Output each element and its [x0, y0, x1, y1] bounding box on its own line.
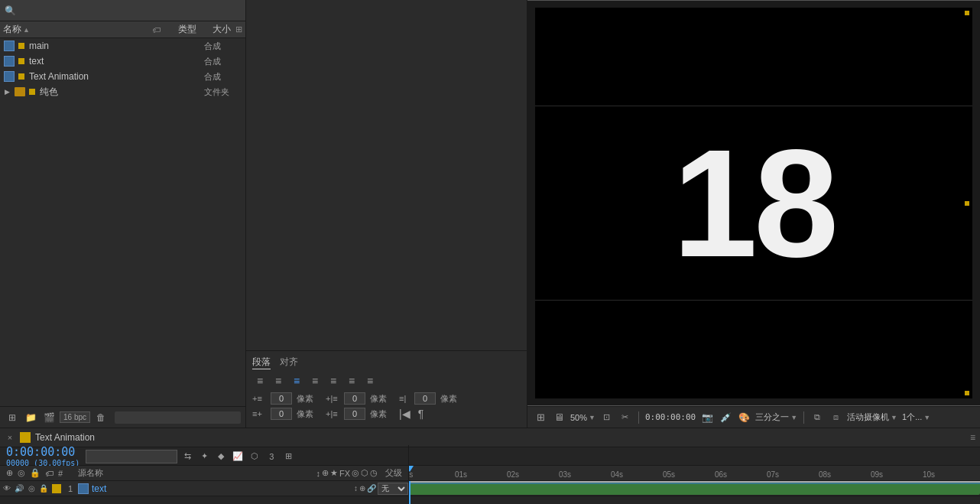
layer-color-swatch[interactable]	[52, 484, 61, 493]
folder-button[interactable]: 📁	[23, 410, 38, 425]
project-columns-header: 名称 ▲ 🏷 类型 大小 ⊞	[0, 21, 245, 38]
comp-icon	[3, 40, 15, 52]
indent-input-2[interactable]	[344, 392, 365, 405]
timeline-left-toolbar: 0:00:00:00 00000 (30.00fps) ⇆ ✦ ◆ 📈 ⬡ 3 …	[0, 445, 409, 467]
list-item[interactable]: Text Animation 合成	[0, 69, 245, 84]
line-dir-icon2[interactable]: ¶	[418, 408, 424, 420]
draft-button[interactable]: ✦	[197, 450, 211, 463]
channels-button[interactable]: 🎨	[737, 411, 751, 424]
transform-icon[interactable]: ↕	[354, 484, 358, 493]
list-item[interactable]: text 合成	[0, 54, 245, 69]
indent-input-3[interactable]	[414, 392, 436, 405]
bpc-button[interactable]: 16 bpc	[60, 411, 90, 423]
layer-eye-button[interactable]: 👁	[2, 483, 12, 494]
graph-button[interactable]: 📈	[231, 450, 245, 463]
layout-button[interactable]: ⧉	[810, 411, 824, 424]
label-lock: 🔒	[30, 468, 41, 478]
line-dir-icon[interactable]: |◀	[399, 408, 410, 420]
time-mark-1s: 01s	[455, 470, 467, 479]
parent-select[interactable]: 无	[378, 483, 408, 495]
layer-lock-button[interactable]: 🔒	[38, 483, 49, 494]
layer-audio-button[interactable]: 🔊	[14, 483, 24, 494]
column-size: 大小	[208, 23, 231, 36]
center-marker	[965, 201, 969, 206]
timeline-panel: × Text Animation ≡ 0:00:00:00 00000 (30.…	[0, 428, 980, 504]
project-toolbar: ⊞ 📁 🎬 16 bpc 🗑	[0, 406, 245, 428]
search-input[interactable]	[19, 5, 241, 16]
motion-relay-button[interactable]: ⇆	[180, 450, 194, 463]
zoom-dropdown[interactable]: 50% ▼	[570, 413, 595, 422]
align-right-button[interactable]: ≡	[307, 374, 323, 388]
layers-panel: ⊕ ◎ 🔒 🏷 # 源名称 ↕ ⊕ ★ FX ◎ ⬡ ◷ 父级	[0, 466, 409, 504]
text-props-section: 段落 对齐 ≡ ≡ ≡ ≡ ≡ ≡ ≡ +≡ 像素 +|≡ 像素 ≡|	[246, 350, 527, 428]
layer-type-icon	[78, 483, 89, 494]
comp-color-swatch[interactable]	[20, 432, 31, 443]
timeline-search-input[interactable]	[86, 450, 177, 463]
indent-unit-3: 像素	[440, 393, 457, 405]
mask-button[interactable]: ⬡	[248, 450, 261, 463]
keyframe-button[interactable]: ◆	[214, 450, 228, 463]
ctrl-icon-d: ◎	[352, 468, 359, 478]
separator-1	[638, 411, 639, 424]
options-button[interactable]: ⊞	[281, 450, 295, 463]
list-item[interactable]: main 合成	[0, 38, 245, 54]
timeline-menu-button[interactable]: ≡	[970, 432, 975, 443]
indent-input-1[interactable]	[271, 392, 292, 405]
grid-toggle-button[interactable]: ⊞	[534, 411, 547, 424]
indent-input-4[interactable]	[271, 408, 292, 420]
time-mark-8s: 08s	[819, 470, 831, 479]
align-left2-button[interactable]: ≡	[271, 374, 286, 388]
channels-count-arrow: ▼	[923, 414, 930, 421]
list-item[interactable]: ▶ 纯色 文件夹	[0, 84, 245, 99]
comp-icon	[3, 70, 15, 83]
item-color-dot	[18, 43, 24, 49]
film-button[interactable]: 🎬	[41, 410, 57, 425]
playhead[interactable]	[409, 481, 410, 504]
layout2-button[interactable]: ⧈	[829, 411, 842, 424]
tab-paragraph[interactable]: 段落	[252, 356, 271, 369]
align-buttons-row: ≡ ≡ ≡ ≡ ≡ ≡ ≡	[252, 374, 521, 388]
flow-meter	[115, 411, 241, 424]
grid-view-button[interactable]: ⊞	[5, 410, 20, 425]
time-ruler: 0s 01s 02s 03s 04s 05s 06s 07s 08s 09s 1…	[409, 466, 980, 481]
channels-count-dropdown[interactable]: 1个... ▼	[902, 411, 930, 423]
snapshot-button[interactable]: 📷	[700, 411, 714, 424]
preview-canvas: 18	[527, 0, 980, 406]
label-solo: ◎	[18, 468, 25, 478]
link-icon: 🔗	[367, 484, 376, 493]
view-dropdown[interactable]: 三分之一 ▼	[755, 411, 797, 423]
align-justify-button[interactable]: ≡	[326, 374, 341, 388]
align-center-button[interactable]: ≡	[289, 374, 304, 388]
close-timeline-button[interactable]: ×	[5, 432, 15, 443]
align-justify2-button[interactable]: ≡	[344, 374, 359, 388]
indent-input-5[interactable]	[344, 408, 365, 420]
tab-align[interactable]: 对齐	[280, 356, 298, 369]
timeline-timecode[interactable]: 0:00:00:00	[6, 445, 80, 459]
item-color-dot	[18, 58, 24, 64]
fit-button[interactable]: ⊡	[600, 411, 614, 424]
camera-dropdown[interactable]: 活动摄像机 ▼	[847, 411, 897, 423]
timecode-display[interactable]: 0:00:00:00	[645, 412, 696, 422]
ctrl-icon-a: ↕	[316, 469, 320, 478]
layer-name[interactable]: text	[89, 483, 352, 494]
camera-arrow-icon: ▼	[891, 414, 897, 421]
tag-icon: 🏷	[152, 25, 161, 34]
ctrl-icon-e: ⬡	[361, 468, 368, 478]
trash-button[interactable]: 🗑	[93, 410, 109, 425]
expand-icon[interactable]: ▶	[3, 88, 11, 96]
crop-button[interactable]: ✂	[618, 411, 632, 424]
track-bar-1[interactable]	[409, 483, 980, 495]
monitor-button[interactable]: 🖥	[552, 411, 566, 424]
text-preview-area	[246, 0, 527, 350]
layer-solo-button[interactable]: ◎	[26, 483, 37, 494]
project-search-bar: 🔍	[0, 0, 245, 21]
color-picker-button[interactable]: 💉	[719, 411, 732, 424]
item-type-label: 合成	[204, 71, 242, 83]
spacing-row-2: ≡+ 像素 +|≡ 像素 |◀ ¶	[252, 408, 521, 420]
align-left-button[interactable]: ≡	[252, 374, 268, 388]
canvas-area: 18	[535, 8, 972, 398]
3d-button[interactable]: 3	[264, 450, 278, 463]
align-justify3-button[interactable]: ≡	[362, 374, 378, 388]
label-mode: ⊕	[6, 468, 13, 478]
effects-icon[interactable]: ⊕	[359, 484, 365, 493]
